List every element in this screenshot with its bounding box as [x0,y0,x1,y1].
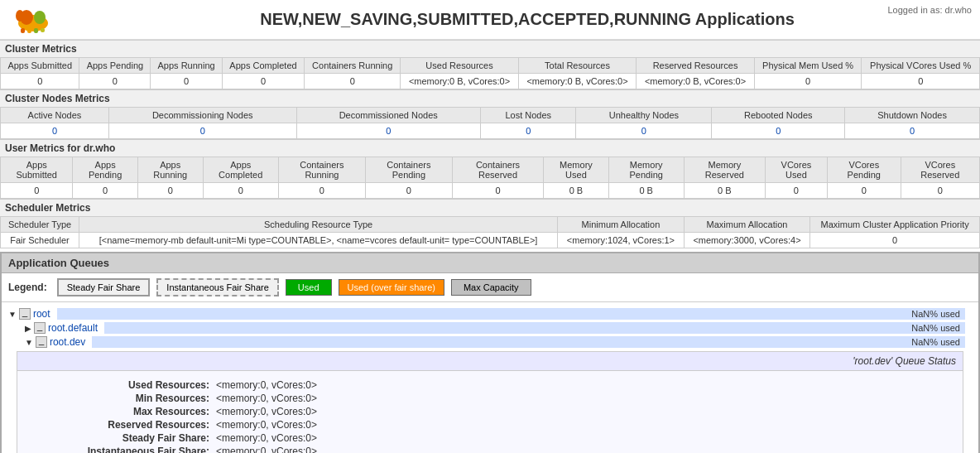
root-toggle[interactable]: ▼ [8,310,17,319]
col-active-nodes: Active Nodes [1,108,109,123]
val-u-apps-running: 0 [137,183,203,199]
val-apps-pending: 0 [79,74,151,89]
col-u-apps-submitted: Apps Submitted [1,157,73,183]
val-lost-nodes[interactable]: 0 [480,123,576,139]
root-queue-link[interactable]: root [33,308,50,320]
status-value-used-resources: <memory:0, vCores:0> [216,379,317,391]
col-u-memory-pending: Memory Pending [608,157,684,183]
legend-instantaneous-btn[interactable]: Instantaneous Fair Share [156,278,279,296]
legend-steady-btn[interactable]: Steady Fair Share [57,278,151,296]
val-min-allocation: <memory:1024, vCores:1> [558,233,685,248]
svg-point-2 [34,11,46,24]
col-u-vcores-reserved: VCores Reserved [901,157,979,183]
status-row-min-resources: Min Resources: <memory:0, vCores:0> [34,393,946,404]
status-label-min-resources: Min Resources: [34,393,216,404]
col-lost-nodes: Lost Nodes [480,108,576,123]
root-default-queue-icon: ⚊ [34,322,46,334]
legend-bar: Legend: Steady Fair Share Instantaneous … [2,273,978,302]
val-apps-submitted: 0 [1,74,79,89]
val-decommissioned-nodes[interactable]: 0 [296,123,480,139]
val-decommissioning-nodes[interactable]: 0 [108,123,296,139]
root-default-queue-link[interactable]: root.default [48,322,98,334]
root-default-toggle[interactable]: ▶ [25,324,31,333]
col-apps-pending: Apps Pending [79,58,151,74]
col-apps-completed: Apps Completed [222,58,304,74]
scheduler-metrics-table: Scheduler Type Scheduling Resource Type … [0,216,980,248]
status-value-reserved-resources: <memory:0, vCores:0> [216,419,317,431]
user-metrics-table: Apps Submitted Apps Pending Apps Running… [0,157,980,199]
root-dev-status-title: 'root.dev' Queue Status [17,352,963,371]
svg-point-7 [16,10,24,22]
status-row-instantaneous-fair-share: Instantaneous Fair Share: <memory:0, vCo… [34,446,946,453]
status-value-max-resources: <memory:0, vCores:0> [216,406,317,417]
col-u-apps-completed: Apps Completed [203,157,278,183]
root-dev-queue-link[interactable]: root.dev [50,336,85,348]
svg-rect-5 [34,28,38,33]
legend-label: Legend: [8,282,47,293]
val-rebooted-nodes[interactable]: 0 [712,123,845,139]
val-u-containers-pending: 0 [366,183,453,199]
col-max-cluster-priority: Maximum Cluster Application Priority [810,217,980,233]
col-u-memory-reserved: Memory Reserved [684,157,765,183]
col-containers-running: Containers Running [305,58,401,74]
status-value-min-resources: <memory:0, vCores:0> [216,393,317,404]
status-value-steady-fair-share: <memory:0, vCores:0> [216,432,317,444]
col-scheduling-resource-type: Scheduling Resource Type [79,217,558,233]
svg-rect-4 [27,29,31,33]
root-dev-queue-bar: NaN% used [92,336,965,348]
cluster-metrics-title: Cluster Metrics [0,40,980,57]
queue-item-root-default: ▶ ⚊ root.default NaN% used [25,322,972,334]
val-shutdown-nodes[interactable]: 0 [845,123,980,139]
user-metrics-section: User Metrics for dr.who Apps Submitted A… [0,139,980,199]
col-rebooted-nodes: Rebooted Nodes [712,108,845,123]
status-label-max-resources: Max Resources: [34,406,216,417]
val-active-nodes[interactable]: 0 [1,123,109,139]
app-queues-section: Application Queues Legend: Steady Fair S… [0,252,980,453]
status-row-used-resources: Used Resources: <memory:0, vCores:0> [34,379,946,391]
col-shutdown-nodes: Shutdown Nodes [845,108,980,123]
col-unhealthy-nodes: Unhealthy Nodes [576,108,712,123]
col-u-memory-used: Memory Used [544,157,608,183]
val-unhealthy-nodes[interactable]: 0 [576,123,712,139]
status-row-reserved-resources: Reserved Resources: <memory:0, vCores:0> [34,419,946,431]
root-dev-toggle[interactable]: ▼ [25,338,33,347]
root-queue-bar: NaN% used [57,308,965,320]
col-apps-submitted: Apps Submitted [1,58,79,74]
col-u-apps-running: Apps Running [137,157,203,183]
col-scheduler-type: Scheduler Type [1,217,79,233]
col-reserved-resources: Reserved Resources [637,58,755,74]
status-label-instantaneous-fair-share: Instantaneous Fair Share: [34,446,216,453]
queue-list: ▼ ⚊ root NaN% used ▶ ⚊ root.default NaN%… [2,302,978,453]
legend-used-over-btn[interactable]: Used (over fair share) [339,279,444,296]
val-scheduling-resource-type: [<name=memory-mb default-unit=Mi type=CO… [79,233,558,248]
scheduler-metrics-title: Scheduler Metrics [0,199,980,216]
svg-rect-3 [21,28,25,33]
col-u-containers-running: Containers Running [278,157,365,183]
scheduler-metrics-section: Scheduler Metrics Scheduler Type Schedul… [0,199,980,248]
status-row-steady-fair-share: Steady Fair Share: <memory:0, vCores:0> [34,432,946,444]
val-u-apps-submitted: 0 [1,183,73,199]
root-dev-queue-icon: ⚊ [36,336,47,348]
val-u-apps-completed: 0 [203,183,278,199]
val-apps-completed: 0 [222,74,304,89]
status-label-steady-fair-share: Steady Fair Share: [34,432,216,444]
legend-max-capacity-btn[interactable]: Max Capacity [451,279,531,296]
root-default-used-pct: NaN% used [911,322,960,334]
cluster-nodes-title: Cluster Nodes Metrics [0,89,980,107]
col-decommissioning-nodes: Decommissioning Nodes [108,108,296,123]
root-dev-used-pct: NaN% used [911,336,960,348]
status-row-max-resources: Max Resources: <memory:0, vCores:0> [34,406,946,417]
col-physical-mem: Physical Mem Used % [754,58,862,74]
logged-in-text: Logged in as: dr.who [887,5,972,15]
val-total-resources: <memory:0 B, vCores:0> [518,74,637,89]
val-containers-running: 0 [305,74,401,89]
val-u-vcores-used: 0 [765,183,827,199]
col-apps-running: Apps Running [151,58,222,74]
root-dev-status-rows: Used Resources: <memory:0, vCores:0> Min… [17,371,963,453]
val-u-memory-pending: 0 B [608,183,684,199]
val-u-memory-used: 0 B [544,183,608,199]
legend-used-btn[interactable]: Used [286,279,332,296]
root-default-queue-bar: NaN% used [104,322,965,334]
svg-rect-6 [41,28,45,32]
app-queues-title: Application Queues [2,253,978,273]
